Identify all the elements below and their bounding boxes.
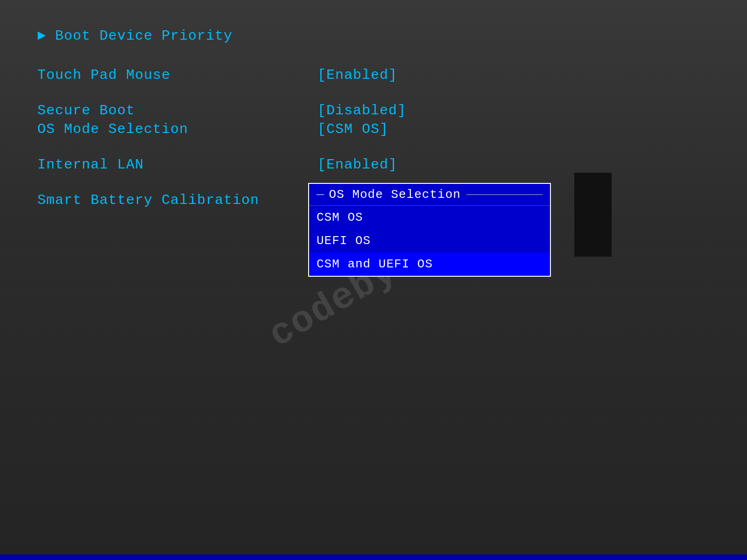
dropdown-option-csm-and-uefi-os[interactable]: CSM and UEFI OS (309, 252, 550, 276)
internal-lan-item[interactable]: Internal LAN [Enabled] (37, 157, 710, 173)
dropdown-shadow (574, 173, 612, 257)
touchpad-mouse-value: [Enabled] (317, 67, 397, 83)
dropdown-title: — OS Mode Selection (309, 184, 550, 206)
secure-boot-row[interactable]: Secure Boot [Disabled] (37, 103, 710, 119)
touchpad-mouse-item[interactable]: Touch Pad Mouse [Enabled] (37, 67, 710, 83)
boot-device-label: Boot Device Priority (55, 28, 233, 44)
secure-boot-label: Secure Boot (37, 103, 317, 119)
dropdown-option-csm-os[interactable]: CSM OS (309, 206, 550, 229)
secure-boot-group: Secure Boot [Disabled] OS Mode Selection… (37, 103, 710, 137)
bottom-bar (0, 554, 747, 560)
boot-device-row[interactable]: ► Boot Device Priority (37, 28, 710, 44)
internal-lan-value: [Enabled] (317, 157, 397, 173)
smart-battery-label: Smart Battery Calibration (37, 192, 317, 208)
arrow-icon: ► (37, 28, 46, 44)
bios-screen: codeby.net ► Boot Device Priority Touch … (0, 0, 747, 560)
internal-lan-label: Internal LAN (37, 157, 317, 173)
dropdown-option-uefi-os[interactable]: UEFI OS (309, 229, 550, 252)
dropdown-title-text: OS Mode Selection (329, 188, 461, 202)
secure-boot-value: [Disabled] (317, 103, 406, 119)
dropdown-title-line (466, 194, 543, 195)
os-mode-value: [CSM OS] (317, 121, 388, 137)
os-mode-row[interactable]: OS Mode Selection [CSM OS] (37, 121, 710, 137)
os-mode-dropdown[interactable]: — OS Mode Selection CSM OS UEFI OS CSM a… (308, 183, 551, 277)
touchpad-mouse-label: Touch Pad Mouse (37, 67, 317, 83)
os-mode-label: OS Mode Selection (37, 121, 317, 137)
